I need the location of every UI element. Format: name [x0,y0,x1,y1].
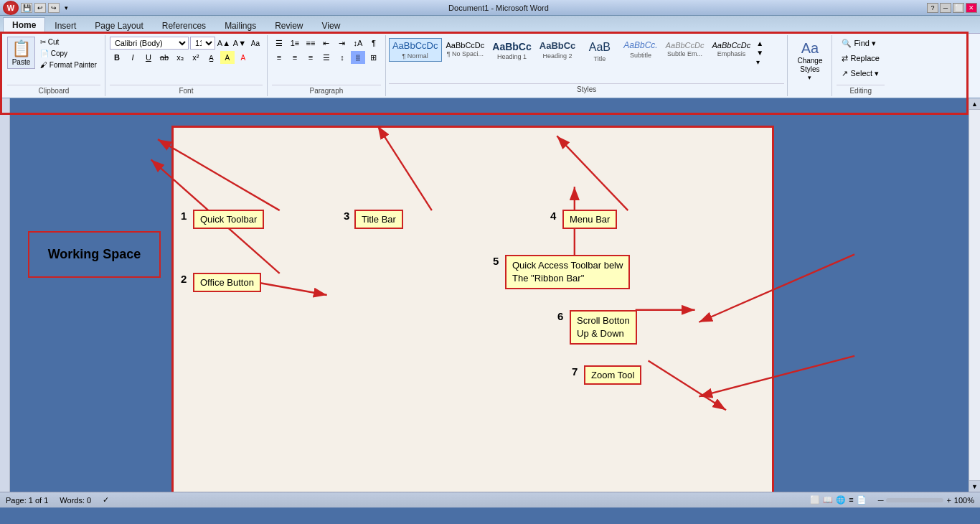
find-button[interactable]: 🔍 Find ▾ [837,37,884,50]
tab-review[interactable]: Review [265,18,312,33]
annotation-6: Scroll BottonUp & Down [570,310,637,345]
multilevel-button[interactable]: ≡≡ [303,37,318,50]
font-size-select[interactable]: 11 [190,37,215,50]
num-1: 1 [181,210,187,222]
web-layout-btn[interactable]: 🌐 [836,495,846,505]
scroll-track[interactable] [969,110,980,480]
select-button[interactable]: ↗ Select ▾ [837,67,884,80]
num-2: 2 [181,273,187,285]
num-5: 5 [493,255,499,267]
style-heading2[interactable]: AaBbCc Heading 2 [536,38,580,62]
paste-button[interactable]: 📋 Paste [7,37,35,69]
ribbon: Home Insert Page Layout References Maili… [0,16,980,98]
highlight-button[interactable]: A [220,51,235,64]
change-styles-button[interactable]: Aa ChangeStyles ▾ [792,37,827,85]
styles-label: Styles [389,83,785,93]
tab-references[interactable]: References [153,18,215,33]
restore-button[interactable]: ⬜ [953,3,964,13]
tab-page-layout[interactable]: Page Layout [85,18,152,33]
style-emphasis[interactable]: AaBbCcDc Emphasis [709,38,755,60]
zoom-in-button[interactable]: + [946,496,951,505]
replace-button[interactable]: ⇄ Replace [837,52,884,65]
numbering-button[interactable]: 1≡ [288,37,302,50]
bold-button[interactable]: B [110,51,124,64]
increase-indent-button[interactable]: ⇥ [335,37,349,50]
clipboard-label: Clipboard [7,85,100,95]
line-spacing-button[interactable]: ↕ [335,51,349,64]
italic-button[interactable]: I [126,51,140,64]
annotation-5: Quick Access Toolbar belwThe "Ribbon Bar… [505,255,630,289]
view-buttons[interactable]: ⬜ 📖 🌐 ≡ 📄 [810,495,866,505]
format-painter-button[interactable]: 🖌 Format Painter [37,60,100,70]
annotation-1: Quick Toolbar [193,210,264,229]
superscript-button[interactable]: x² [189,51,203,64]
change-styles-group: Aa ChangeStyles ▾ [788,35,832,96]
proofing-icon[interactable]: ✓ [103,495,109,505]
subscript-button[interactable]: x₂ [173,51,187,64]
strikethrough-button[interactable]: ab [157,51,171,64]
print-layout-btn[interactable]: ⬜ [810,495,820,505]
ribbon-content: 📋 Paste ✂ Cut 📄 Copy 🖌 Format Painter Cl… [0,33,980,98]
copy-button[interactable]: 📄 Copy [37,48,100,59]
num-3: 3 [344,210,349,222]
sort-button[interactable]: ↕A [351,37,365,50]
full-reading-btn[interactable]: 📖 [823,495,833,505]
tab-home[interactable]: Home [3,17,45,33]
underline-button[interactable]: U [141,51,156,64]
font-grow-button[interactable]: A▲ [217,37,231,50]
clear-format-button[interactable]: Aa [248,37,263,50]
shading-button[interactable]: ▒ [351,51,365,64]
save-icon[interactable]: 💾 [21,3,32,13]
content-area: Working Space Quick Toolbar 1 Office But… [10,98,969,492]
document-box[interactable] [171,126,774,492]
office-button[interactable]: W [3,1,19,15]
num-4: 4 [550,210,556,222]
dropdown-icon[interactable]: ▾ [62,3,70,13]
help-icon[interactable]: ? [927,3,938,13]
window-controls: ? ─ ⬜ ✕ [927,3,977,13]
scroll-down-button[interactable]: ▼ [969,480,980,492]
right-scrollbar[interactable]: ▲ ▼ [969,98,980,492]
tab-view[interactable]: View [313,18,350,33]
style-subtle-emphasis[interactable]: AaBbCcDc Subtle Em... [662,38,708,60]
align-left-button[interactable]: ≡ [272,51,286,64]
style-title[interactable]: AaB Title [580,38,619,65]
style-normal[interactable]: AaBbCcDc ¶ Normal [389,38,442,62]
vertical-ruler [0,98,10,492]
bullets-button[interactable]: ☰ [272,37,286,50]
styles-scroll-up[interactable]: ▲ ▼ ▾ [755,38,765,67]
word-count: Words: 0 [60,496,91,505]
minimize-button[interactable]: ─ [940,3,951,13]
undo-icon[interactable]: ↩ [34,3,46,13]
zoom-out-button[interactable]: ─ [878,496,884,505]
font-family-select[interactable]: Calibri (Body) [110,37,189,50]
close-button[interactable]: ✕ [966,3,977,13]
zoom-controls[interactable]: ─ + 100% [878,496,974,505]
draft-btn[interactable]: 📄 [857,495,867,505]
font-color-button[interactable]: A [236,51,250,64]
cut-button[interactable]: ✂ Cut [37,37,100,47]
tab-insert[interactable]: Insert [45,18,85,33]
page-info: Page: 1 of 1 [6,496,48,505]
outline-btn[interactable]: ≡ [849,495,853,505]
align-right-button[interactable]: ≡ [303,51,318,64]
title-bar: W 💾 ↩ ↪ ▾ Document1 - Microsoft Word ? ─… [0,0,980,16]
align-center-button[interactable]: ≡ [288,51,302,64]
font-shrink-button[interactable]: A▼ [232,37,247,50]
scroll-up-button[interactable]: ▲ [969,98,980,110]
borders-button[interactable]: ⊞ [367,51,381,64]
justify-button[interactable]: ☰ [319,51,334,64]
working-space-label: Working Space [48,247,141,262]
status-bar: Page: 1 of 1 Words: 0 ✓ ⬜ 📖 🌐 ≡ 📄 ─ + 10… [0,492,980,507]
decrease-indent-button[interactable]: ⇤ [319,37,334,50]
ribbon-tabs: Home Insert Page Layout References Maili… [0,16,980,33]
style-heading1[interactable]: AaBbCc Heading 1 [489,38,534,62]
annotation-7: Zoom Tool [584,365,641,385]
text-effect-button[interactable]: A̲ [204,51,219,64]
show-marks-button[interactable]: ¶ [367,37,381,50]
style-no-spacing[interactable]: AaBbCcDc ¶ No Spaci... [443,38,489,60]
tab-mailings[interactable]: Mailings [215,18,265,33]
style-subtitle[interactable]: AaBbCc. Subtitle [620,38,661,61]
redo-icon[interactable]: ↪ [48,3,60,13]
zoom-slider[interactable] [886,498,943,502]
